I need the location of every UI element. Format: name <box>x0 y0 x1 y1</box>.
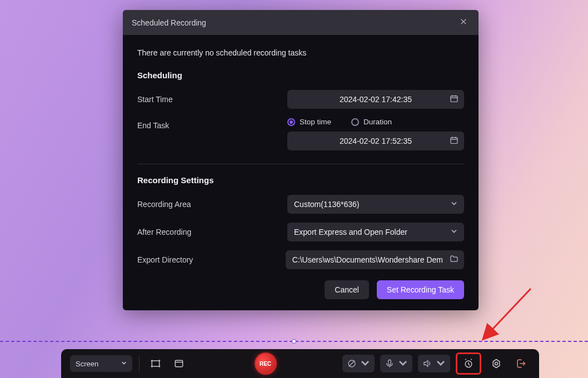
svg-marker-18 <box>424 361 428 367</box>
recording-toolbar: Screen REC <box>61 349 539 378</box>
export-directory-value: C:\Users\ws\Documents\Wondershare Dem <box>292 255 443 264</box>
microphone-toggle[interactable] <box>380 355 412 372</box>
end-task-label: End Task <box>137 118 287 130</box>
scheduled-recording-button[interactable] <box>456 352 481 375</box>
svg-rect-17 <box>388 360 391 365</box>
radio-stop-time[interactable]: Stop time <box>287 118 331 126</box>
start-time-value: 2024-02-02 17:42:35 <box>340 95 412 104</box>
boundary-handle[interactable] <box>292 339 296 344</box>
chevron-down-icon <box>360 358 370 369</box>
empty-tasks-message: There are currently no scheduled recordi… <box>137 48 464 57</box>
chevron-down-icon <box>451 200 457 209</box>
scheduling-header: Scheduling <box>137 70 464 80</box>
system-audio-toggle[interactable] <box>418 355 450 372</box>
radio-stop-time-label: Stop time <box>300 118 331 126</box>
capture-mode-value: Screen <box>76 360 98 368</box>
folder-icon[interactable] <box>450 255 459 265</box>
calendar-icon[interactable] <box>450 136 459 147</box>
settings-icon[interactable] <box>487 354 506 373</box>
capture-mode-select[interactable]: Screen <box>70 355 132 372</box>
end-time-value: 2024-02-02 17:52:35 <box>340 137 412 145</box>
export-directory-input[interactable]: C:\Users\ws\Documents\Wondershare Dem <box>286 250 464 269</box>
calendar-icon[interactable] <box>450 94 459 105</box>
chevron-down-icon <box>451 228 457 236</box>
svg-rect-6 <box>451 138 457 144</box>
chevron-down-icon <box>436 358 446 369</box>
end-task-radios: Stop time Duration <box>287 118 464 126</box>
after-recording-label: After Recording <box>137 228 287 236</box>
start-time-label: Start Time <box>137 95 287 104</box>
svg-marker-20 <box>493 360 500 368</box>
modal-title: Scheduled Recording <box>132 18 206 27</box>
annotation-arrow <box>470 286 542 358</box>
recording-area-value: Custom(1136*636) <box>294 200 443 209</box>
modal-header: Scheduled Recording <box>123 10 479 35</box>
close-icon[interactable] <box>457 17 470 28</box>
window-icon[interactable] <box>170 354 188 373</box>
start-time-input[interactable]: 2024-02-02 17:42:35 <box>287 90 464 109</box>
custom-area-icon[interactable] <box>146 354 165 373</box>
svg-rect-12 <box>152 361 159 366</box>
cancel-button[interactable]: Cancel <box>325 280 369 299</box>
recording-area-select[interactable]: Custom(1136*636) <box>287 195 464 214</box>
svg-line-16 <box>349 361 355 367</box>
export-directory-label: Export Directory <box>137 255 286 264</box>
chevron-down-icon <box>121 360 127 367</box>
svg-point-21 <box>495 362 498 365</box>
svg-line-11 <box>486 289 531 336</box>
radio-duration[interactable]: Duration <box>351 118 392 126</box>
record-button[interactable]: REC <box>255 352 277 375</box>
svg-rect-13 <box>175 360 182 367</box>
after-recording-select[interactable]: Export Express and Open Folder <box>287 223 464 241</box>
exit-icon[interactable] <box>511 354 530 373</box>
svg-rect-2 <box>451 96 457 102</box>
record-label: REC <box>260 361 271 367</box>
recording-area-label: Recording Area <box>137 200 287 209</box>
scheduled-recording-modal: Scheduled Recording There are currently … <box>123 10 479 310</box>
radio-duration-label: Duration <box>363 118 392 126</box>
chevron-down-icon <box>398 358 408 369</box>
toolbar-divider <box>139 356 139 371</box>
end-time-input[interactable]: 2024-02-02 17:52:35 <box>287 132 464 150</box>
set-recording-task-button[interactable]: Set Recording Task <box>377 280 464 299</box>
section-divider <box>137 164 464 164</box>
webcam-toggle[interactable] <box>342 355 375 372</box>
recording-settings-header: Recording Settings <box>137 175 464 185</box>
after-recording-value: Export Express and Open Folder <box>294 228 443 236</box>
